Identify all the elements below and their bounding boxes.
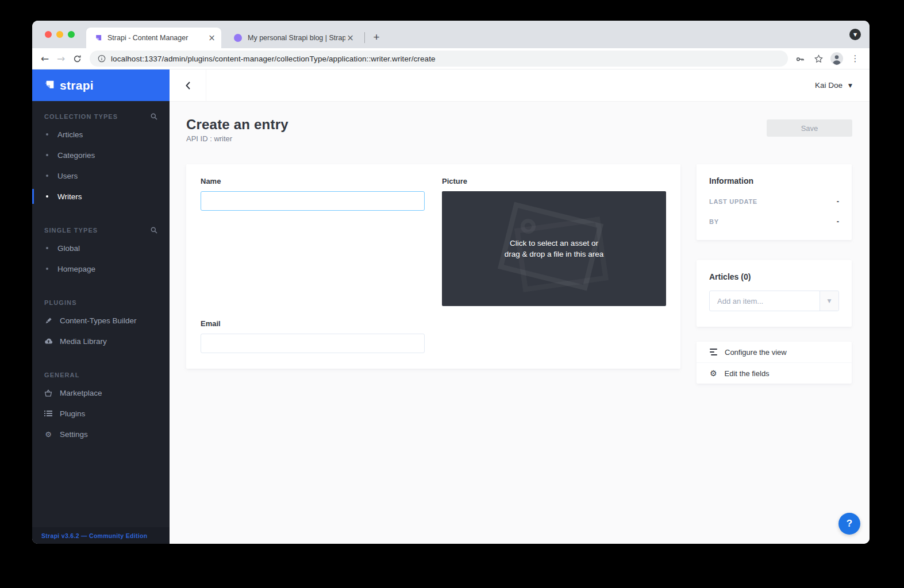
picture-label: Picture (442, 177, 666, 185)
gear-icon: ⚙ (710, 369, 717, 377)
back-button[interactable] (170, 69, 206, 101)
password-key-icon[interactable] (793, 51, 807, 66)
sidebar-item-plugins[interactable]: Plugins (32, 403, 170, 424)
user-menu[interactable]: Kai Doe ▼ (815, 81, 870, 90)
sidebar-section-single-types: SINGLE TYPES Global Homepage (32, 223, 170, 279)
strapi-logo[interactable]: strapi (32, 69, 170, 101)
bookmark-star-icon[interactable] (811, 51, 826, 66)
right-panel-column: Information LAST UPDATE - BY - Arti (697, 164, 852, 384)
tab-strip: Strapi - Content Manager × My personal S… (32, 21, 870, 48)
sidebar-item-label: Global (57, 244, 80, 253)
section-title: GENERAL (44, 372, 79, 378)
basket-icon (44, 389, 53, 397)
chevron-down-icon[interactable]: ▼ (820, 291, 838, 311)
search-icon[interactable] (151, 113, 157, 120)
bullet-icon (46, 268, 48, 270)
view-actions-panel: Configure the view ⚙ Edit the fields (697, 342, 852, 384)
articles-select[interactable]: Add an item... ▼ (709, 291, 839, 311)
admin-header: Kai Doe ▼ (170, 69, 870, 102)
sidebar-section-collection-types: COLLECTION TYPES Articles Categories (32, 109, 170, 207)
tab-strapi-content-manager[interactable]: Strapi - Content Manager × (86, 28, 221, 48)
layout-sliders-icon (710, 349, 717, 356)
bullet-icon (46, 175, 48, 177)
info-row-last-update: LAST UPDATE - (709, 197, 839, 206)
strapi-logo-text: strapi (60, 79, 94, 92)
version-link[interactable]: Strapi v3.6.2 — Community Edition (32, 527, 170, 544)
bullet-icon (46, 154, 48, 156)
traffic-lights (45, 31, 75, 38)
sidebar-item-label: Plugins (60, 409, 85, 418)
sidebar-item-content-types-builder[interactable]: Content-Types Builder (32, 310, 170, 331)
chevron-left-icon (185, 81, 191, 90)
sidebar-item-label: Writers (57, 192, 82, 201)
bullet-icon (46, 195, 48, 198)
configure-view-link[interactable]: Configure the view (697, 342, 852, 362)
tab-search-button[interactable]: ▼ (849, 29, 861, 40)
strapi-favicon-icon (93, 33, 102, 42)
info-row-by: BY - (709, 217, 839, 226)
name-input[interactable] (201, 191, 425, 211)
sidebar-item-label: Marketplace (60, 389, 102, 397)
save-button[interactable]: Save (767, 119, 852, 137)
sidebar-item-label: Homepage (57, 265, 95, 273)
list-icon (44, 410, 53, 417)
bullet-icon (46, 247, 48, 249)
sidebar-item-categories[interactable]: Categories (32, 145, 170, 165)
address-bar[interactable]: localhost:1337/admin/plugins/content-man… (90, 51, 788, 67)
tab-close-icon[interactable]: × (345, 33, 355, 43)
api-id-subtitle: API ID : writer (186, 134, 288, 143)
tab-strapi-blog[interactable]: My personal Strapi blog | Strap × (226, 28, 360, 48)
site-info-icon[interactable] (98, 55, 106, 63)
new-tab-button[interactable]: + (369, 30, 384, 45)
user-name: Kai Doe (815, 81, 843, 90)
entry-form-card: Name Email Picture (186, 164, 680, 369)
sidebar-item-users[interactable]: Users (32, 165, 170, 186)
help-button[interactable]: ? (838, 513, 860, 535)
sidebar-section-plugins: PLUGINS Content-Types Builder Media Libr… (32, 295, 170, 351)
browser-window: Strapi - Content Manager × My personal S… (32, 21, 870, 544)
sidebar-item-articles[interactable]: Articles (32, 124, 170, 145)
search-icon[interactable] (151, 227, 157, 234)
section-title: COLLECTION TYPES (44, 113, 118, 120)
sidebar-item-writers[interactable]: Writers (32, 186, 170, 207)
zoom-window-button[interactable] (68, 31, 75, 38)
select-placeholder: Add an item... (710, 291, 820, 311)
browser-menu-icon[interactable]: ⋮ (848, 51, 863, 66)
url-text: localhost:1337/admin/plugins/content-man… (111, 55, 436, 63)
strapi-logo-icon (43, 79, 55, 91)
browser-toolbar: ← → localhost:1337/admin/plugins/content… (32, 48, 870, 69)
sidebar-item-label: Media Library (60, 337, 107, 346)
sidebar-item-homepage[interactable]: Homepage (32, 258, 170, 279)
email-input[interactable] (201, 334, 425, 353)
sidebar-item-marketplace[interactable]: Marketplace (32, 382, 170, 403)
sidebar-item-global[interactable]: Global (32, 238, 170, 258)
reload-icon[interactable] (69, 51, 85, 67)
main-area: Kai Doe ▼ Create an entry API ID : write… (170, 69, 870, 544)
dropzone-text: Click to select an asset or drag & drop … (505, 238, 604, 260)
picture-dropzone[interactable]: Click to select an asset or drag & drop … (442, 191, 666, 306)
information-panel: Information LAST UPDATE - BY - (697, 164, 852, 240)
paint-brush-icon (44, 317, 53, 324)
tab-close-icon[interactable]: × (207, 33, 217, 43)
edit-fields-link[interactable]: ⚙ Edit the fields (697, 362, 852, 384)
sidebar-item-label: Categories (57, 151, 95, 160)
sidebar-item-media-library[interactable]: Media Library (32, 331, 170, 351)
email-label: Email (201, 319, 425, 328)
email-field-block: Email (201, 319, 425, 353)
close-window-button[interactable] (45, 31, 52, 38)
back-nav-icon[interactable]: ← (37, 51, 53, 67)
panel-title: Information (709, 176, 839, 185)
section-title: PLUGINS (44, 299, 77, 306)
profile-avatar-icon[interactable] (829, 51, 844, 66)
tab-separator (364, 32, 365, 43)
strapi-admin: strapi COLLECTION TYPES Articles (32, 69, 870, 544)
sidebar-item-label: Content-Types Builder (60, 316, 137, 325)
sidebar-item-settings[interactable]: ⚙ Settings (32, 424, 170, 444)
section-title: SINGLE TYPES (44, 227, 98, 234)
forward-nav-icon[interactable]: → (53, 51, 69, 67)
blog-favicon-icon (233, 33, 243, 42)
chevron-down-icon: ▼ (848, 83, 852, 88)
name-label: Name (201, 177, 425, 185)
minimize-window-button[interactable] (56, 31, 63, 38)
toolbar-actions: ⋮ (793, 51, 865, 66)
